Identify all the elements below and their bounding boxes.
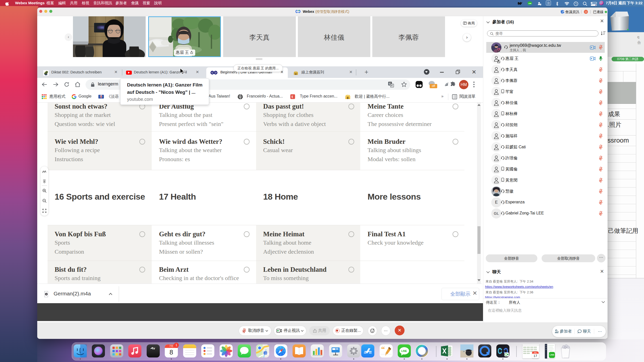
svg-text:LINE: LINE [528, 3, 532, 4]
svg-text:tv: tv [152, 346, 155, 350]
svg-text:LINE: LINE [401, 350, 407, 352]
svg-text:280: 280 [264, 352, 268, 354]
